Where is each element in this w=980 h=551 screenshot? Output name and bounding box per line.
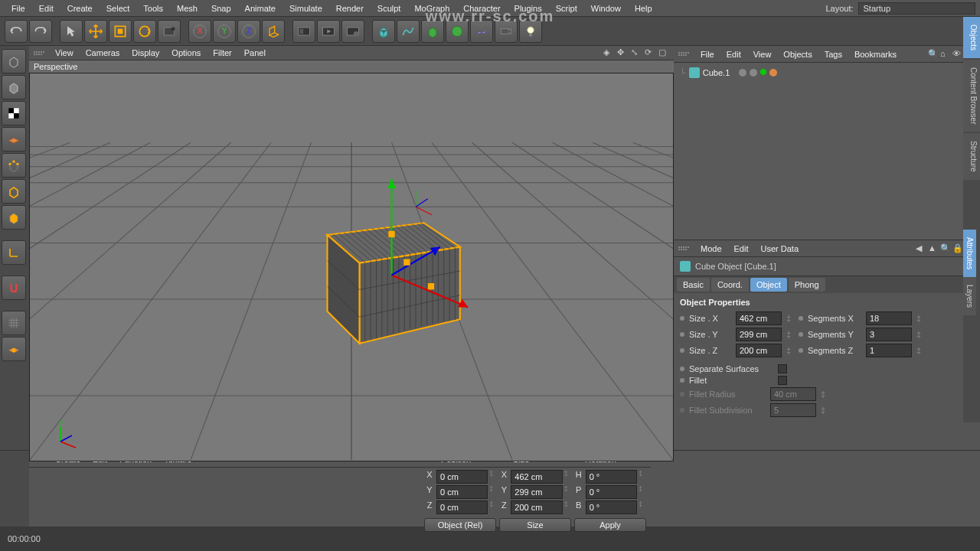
up-icon[interactable]: ▲ (928, 243, 939, 254)
tab-object[interactable]: Object (750, 278, 787, 292)
render-view-button[interactable] (292, 20, 315, 43)
side-tab-attributes[interactable]: Attributes (963, 230, 976, 277)
rotate-tool[interactable] (133, 20, 156, 43)
deformer-button[interactable] (446, 20, 469, 43)
menu-select[interactable]: Select (100, 2, 137, 15)
menu-character[interactable]: Character (456, 2, 507, 15)
menu-snap[interactable]: Snap (204, 2, 238, 15)
lock-icon[interactable]: 🔒 (952, 243, 963, 254)
menu-file[interactable]: File (5, 2, 32, 15)
camera-button[interactable] (495, 20, 518, 43)
render-settings-button[interactable] (341, 20, 364, 43)
menu-sculpt[interactable]: Sculpt (371, 2, 408, 15)
object-tree[interactable]: └ Cube.1 (674, 63, 980, 240)
menu-simulate[interactable]: Simulate (283, 2, 329, 15)
menu-create[interactable]: Create (60, 2, 100, 15)
obj-file[interactable]: File (695, 47, 720, 61)
size-x-input[interactable]: 462 cm (736, 311, 782, 325)
phong-tag-icon[interactable] (769, 69, 777, 77)
coord-system-button[interactable] (262, 20, 285, 43)
polygons-mode-button[interactable] (2, 205, 26, 230)
enable-dot[interactable] (760, 69, 766, 75)
size-y-input2[interactable]: 299 cm (511, 485, 562, 499)
menu-window[interactable]: Window (584, 2, 628, 15)
fillet-checkbox[interactable] (778, 376, 787, 385)
viewport-3d[interactable]: Y (29, 73, 674, 461)
generator-button[interactable] (421, 20, 444, 43)
primitive-cube-button[interactable] (372, 20, 395, 43)
locked-workplane-button[interactable] (2, 337, 26, 361)
rot-b-input[interactable]: 0 ° (586, 500, 637, 514)
tab-coord[interactable]: Coord. (711, 278, 749, 292)
apply-button[interactable]: Apply (574, 518, 646, 532)
vp-view[interactable]: View (49, 46, 80, 60)
home-icon[interactable]: ⌂ (940, 49, 951, 60)
pos-z-input[interactable]: 0 cm (436, 500, 488, 514)
size-z-input2[interactable]: 200 cm (511, 500, 562, 514)
coord-mode-button[interactable]: Object (Rel) (424, 518, 496, 532)
snap-button[interactable] (2, 276, 26, 300)
segments-z-input[interactable]: 1 (866, 344, 912, 357)
separate-checkbox[interactable] (778, 364, 787, 373)
obj-objects[interactable]: Objects (778, 47, 817, 61)
side-tab-objects[interactable]: Objects (963, 17, 980, 58)
menu-script[interactable]: Script (549, 2, 584, 15)
segments-y-input[interactable]: 3 (866, 328, 912, 341)
tree-item-cube[interactable]: └ Cube.1 (677, 66, 977, 80)
cube-object-viewport[interactable] (328, 223, 460, 344)
menu-mograph[interactable]: MoGraph (407, 2, 456, 15)
texture-mode-button[interactable] (2, 101, 26, 126)
side-tab-content[interactable]: Content Browser (963, 60, 980, 132)
menu-plugins[interactable]: Plugins (508, 2, 549, 15)
size-y-input[interactable]: 299 cm (736, 328, 782, 341)
attr-edit[interactable]: Edit (729, 242, 754, 256)
render-dot[interactable] (750, 69, 757, 77)
menu-help[interactable]: Help (628, 2, 659, 15)
menu-render[interactable]: Render (329, 2, 371, 15)
search-icon[interactable]: 🔍 (928, 49, 939, 60)
spline-button[interactable] (397, 20, 420, 43)
vp-cameras[interactable]: Cameras (80, 46, 126, 60)
select-tool[interactable] (60, 20, 83, 43)
vp-toggle-icon[interactable]: ▢ (658, 47, 669, 58)
pos-y-input[interactable]: 0 cm (436, 485, 488, 499)
vp-nav-icon[interactable]: ◈ (603, 47, 614, 58)
size-z-input[interactable]: 200 cm (736, 344, 782, 357)
move-tool[interactable] (84, 20, 107, 43)
last-tool[interactable] (158, 20, 181, 43)
light-button[interactable] (519, 20, 542, 43)
workplane-button[interactable] (2, 127, 26, 152)
rot-p-input[interactable]: 0 ° (586, 485, 637, 499)
x-axis-button[interactable]: X (188, 20, 211, 43)
make-editable-button[interactable] (2, 49, 26, 73)
tab-phong[interactable]: Phong (789, 278, 825, 292)
menu-animate[interactable]: Animate (238, 2, 283, 15)
obj-bookmarks[interactable]: Bookmarks (849, 47, 902, 61)
render-pv-button[interactable] (317, 20, 340, 43)
points-mode-button[interactable] (2, 153, 26, 178)
size-x-input2[interactable]: 462 cm (511, 470, 562, 484)
layout-dropdown[interactable]: Startup (858, 2, 975, 15)
vp-panel[interactable]: Panel (238, 46, 272, 60)
model-mode-button[interactable] (2, 75, 26, 99)
obj-view[interactable]: View (748, 47, 777, 61)
vp-filter[interactable]: Filter (207, 46, 237, 60)
menu-edit[interactable]: Edit (32, 2, 60, 15)
edges-mode-button[interactable] (2, 179, 26, 204)
scale-tool[interactable] (109, 20, 132, 43)
workplane-grid-button[interactable] (2, 311, 26, 335)
vp-zoom-icon[interactable]: ⤡ (631, 47, 642, 58)
segments-x-input[interactable]: 18 (866, 311, 912, 325)
vp-options[interactable]: Options (165, 46, 207, 60)
undo-button[interactable] (5, 20, 28, 43)
tab-basic[interactable]: Basic (677, 278, 710, 292)
vp-display[interactable]: Display (126, 46, 165, 60)
side-tab-layers[interactable]: Layers (963, 277, 976, 315)
axis-button[interactable] (2, 240, 26, 265)
attr-userdata[interactable]: User Data (756, 242, 805, 256)
obj-tags[interactable]: Tags (819, 47, 848, 61)
attr-mode[interactable]: Mode (695, 242, 727, 256)
side-tab-structure[interactable]: Structure (963, 133, 980, 180)
menu-mesh[interactable]: Mesh (170, 2, 204, 15)
rot-h-input[interactable]: 0 ° (586, 470, 637, 484)
